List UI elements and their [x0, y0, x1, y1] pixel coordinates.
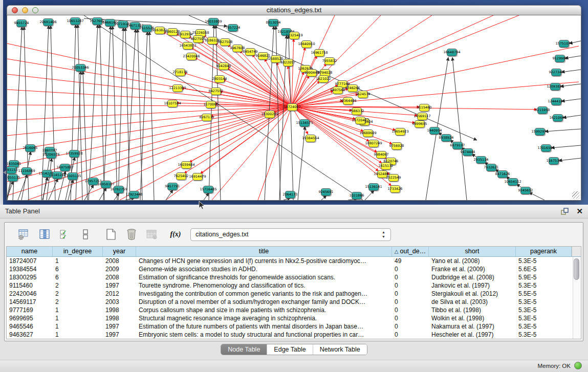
delete-column-icon[interactable] [125, 228, 138, 241]
network-node[interactable]: 1621022 [318, 75, 329, 83]
network-node[interactable]: 12325419 [289, 32, 299, 39]
column-header-pagerank[interactable]: pagerank [516, 247, 572, 256]
memory-status-indicator[interactable] [574, 362, 582, 369]
network-node[interactable]: 10653287 [70, 17, 80, 25]
network-node[interactable]: 1167533 [549, 157, 559, 165]
network-node[interactable]: 8186328 [207, 37, 217, 45]
network-node[interactable]: 6879197 [452, 142, 463, 149]
network-node[interactable]: 2935114 [476, 156, 486, 164]
tab-network-table[interactable]: Network Table [313, 344, 367, 355]
network-node[interactable]: 12444187 [551, 98, 561, 105]
network-node[interactable]: 12923448 [129, 191, 139, 199]
network-node[interactable]: 17016504 [541, 144, 551, 152]
network-node[interactable]: 2588520 [271, 55, 281, 63]
tab-edge-table[interactable]: Edge Table [267, 344, 312, 355]
function-builder-icon[interactable]: f(x) [169, 228, 182, 241]
table-row[interactable]: 911546021997Tourette syndrome. Phenomeno… [7, 281, 581, 290]
network-node[interactable]: 7515526 [142, 25, 152, 32]
resize-grip-icon[interactable] [572, 191, 579, 199]
network-node[interactable]: 8215958 [537, 106, 548, 114]
network-node[interactable]: 9242848 [219, 62, 229, 70]
network-node[interactable]: 12213399 [172, 84, 183, 92]
network-node[interactable]: 9055135 [8, 174, 18, 182]
network-node[interactable]: 1021866 [352, 192, 362, 200]
network-node[interactable]: 2522549 [388, 174, 399, 182]
network-node[interactable]: 8912934 [180, 31, 190, 38]
network-node[interactable]: 16958107 [101, 181, 111, 188]
new-column-icon[interactable] [104, 228, 118, 241]
network-node[interactable]: 16039484 [181, 161, 191, 169]
network-node[interactable]: 16782759 [114, 186, 124, 193]
network-node[interactable]: 9984067 [376, 151, 386, 159]
network-node[interactable]: 1615132 [381, 162, 391, 170]
network-node[interactable]: 9146821 [258, 52, 268, 60]
network-node[interactable]: 13505135 [68, 172, 78, 180]
network-node[interactable]: 1733426 [390, 185, 400, 193]
network-node[interactable]: 18807249 [368, 140, 379, 147]
network-node[interactable]: 15716485 [203, 186, 213, 193]
network-node[interactable]: 6466160 [105, 19, 115, 27]
table-row[interactable]: 1456911722003Disruption of a novel membe… [7, 298, 581, 306]
network-node[interactable]: 9899695 [415, 120, 425, 128]
table-row[interactable]: 1872400712008Changes of HCN gene express… [7, 257, 581, 265]
float-panel-icon[interactable] [560, 207, 569, 216]
network-node[interactable]: 9457791 [167, 183, 178, 190]
network-node[interactable]: 11156869 [21, 167, 32, 175]
show-columns-icon[interactable] [38, 228, 51, 241]
network-node[interactable]: 18640910 [301, 40, 312, 48]
network-node[interactable]: 8860128 [167, 28, 178, 36]
network-node[interactable]: 16210643 [553, 114, 563, 122]
column-header-outde[interactable]: △out_de… [392, 247, 429, 256]
network-node[interactable]: 9746266 [347, 84, 358, 92]
column-header-short[interactable]: short [429, 247, 516, 256]
network-node[interactable]: 20691406 [43, 18, 53, 26]
zoom-button[interactable] [32, 7, 38, 13]
network-node[interactable]: 8938924 [441, 134, 451, 142]
network-node[interactable]: 15136141 [368, 183, 379, 191]
network-node[interactable]: 8471626 [497, 170, 508, 178]
network-node[interactable]: 11145194 [52, 171, 62, 179]
network-node[interactable]: 9245652 [520, 187, 531, 194]
network-node[interactable]: 8454749 [245, 48, 255, 56]
table-panel-titlebar[interactable]: Table Panel ✕ [0, 205, 588, 218]
network-node[interactable]: 6822057 [283, 59, 293, 67]
network-node[interactable]: 9163822 [155, 27, 165, 34]
network-node[interactable]: 18107554 [167, 100, 178, 107]
network-node[interactable]: 2064173 [285, 191, 295, 199]
table-row[interactable]: 969969511998Structural magnetic resonanc… [7, 314, 581, 322]
network-node[interactable]: 2718176 [175, 69, 185, 76]
network-node[interactable]: 8267130 [202, 114, 212, 121]
table-options-icon[interactable] [17, 228, 31, 241]
table-row[interactable]: 1938455462009Genome-wide association stu… [7, 265, 581, 273]
network-node[interactable]: 7632621 [486, 164, 496, 171]
network-canvas[interactable]: 9455724206914061065328715276026466160107… [7, 15, 581, 201]
tab-node-table[interactable]: Node Table [221, 344, 267, 355]
network-node[interactable]: 3624574 [358, 91, 368, 98]
network-node[interactable]: 15751074 [559, 40, 569, 48]
network-node[interactable]: 9827505 [193, 35, 203, 43]
cell-options-icon[interactable] [79, 228, 92, 241]
table-selector-dropdown[interactable]: citations_edges.txt ▲▼ [190, 228, 391, 241]
network-node[interactable]: 9245691 [321, 188, 331, 196]
network-node[interactable]: 16033809 [208, 18, 219, 26]
column-header-name[interactable]: name [7, 247, 53, 256]
network-node[interactable]: 15720407 [355, 117, 365, 124]
network-node[interactable]: 1990448 [307, 69, 317, 77]
network-node[interactable]: 1527602 [92, 17, 102, 25]
network-node[interactable]: 21053346 [75, 64, 85, 72]
network-node[interactable]: 20364486 [343, 97, 353, 105]
minimize-button[interactable] [22, 7, 28, 13]
network-node[interactable]: 9227343 [551, 69, 561, 76]
network-node[interactable]: 15134575 [299, 119, 310, 127]
network-node[interactable]: 2616065 [25, 144, 35, 152]
column-header-indegree[interactable]: in_degree [53, 247, 103, 256]
close-button[interactable] [12, 7, 18, 13]
network-node[interactable]: 8813054 [268, 19, 278, 27]
network-node[interactable]: 17359928 [69, 150, 79, 158]
collapse-panel-arrow-icon[interactable] [3, 170, 6, 174]
network-node[interactable]: 7857224 [228, 24, 238, 32]
network-node[interactable]: 18724007 [287, 103, 297, 111]
network-node[interactable]: 10688609 [363, 129, 373, 137]
network-node[interactable]: 393153 [7, 166, 16, 174]
network-node[interactable]: 12093822 [550, 83, 560, 91]
